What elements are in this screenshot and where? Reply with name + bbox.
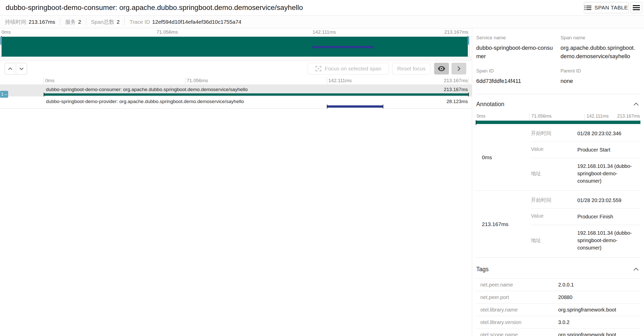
minimap-tick-row: 0ms 71.056ms 142.111ms 213.167ms (0, 28, 472, 37)
tag-row: net.peer.port 20880 (476, 291, 640, 304)
trace-minimap[interactable] (0, 37, 469, 57)
timeline-toolbar: Focus on selected span Reset focus (0, 61, 472, 77)
span-table-ruler: 0ms 71.056ms 142.111ms 213.167ms (0, 77, 472, 84)
tag-value: 20880 (558, 294, 640, 300)
trace-header: dubbo-springboot-demo-consumer: org.apac… (0, 0, 644, 16)
span-detail-panel: Service name dubbo-springboot-demo-consu… (472, 28, 644, 336)
minimap-right-handle[interactable] (468, 37, 469, 45)
annotation-tick-0: 0ms (477, 114, 485, 119)
span-name-text: dubbo-springboot-demo-provider: org.apac… (46, 99, 244, 104)
duration-label: 持续时间 (5, 18, 26, 26)
span-detail-grid: Span ID 6dd73fddfe14f411 Parent ID none (476, 68, 640, 94)
provider-span-bar[interactable] (327, 105, 383, 108)
ruler-tick-0: 0ms (45, 78, 54, 83)
tag-row: otel.library.name org.springframework.bo… (476, 304, 640, 316)
value-label: Value (531, 146, 577, 154)
service-name-label: Service name (476, 35, 560, 41)
start-time-value: 01/28 20:23:02.559 (577, 197, 640, 204)
annotation-tick-separator (529, 114, 530, 120)
span-detail-grid: Service name dubbo-springboot-demo-consu… (476, 28, 640, 60)
tag-value: org.springframework.boot (558, 332, 640, 336)
tag-row: net.peer.name 2.0.0.1 (476, 279, 640, 291)
annotation-section-header[interactable]: Annotation (476, 94, 640, 113)
value-label: Value (531, 213, 577, 220)
minimap-tick-2: 142.111ms (313, 29, 336, 35)
collapse-panel-button[interactable] (451, 63, 466, 74)
trace-id-value: 12ef594d10f14efa4ef36d10c1755a74 (152, 19, 241, 25)
reset-focus-label: Reset focus (397, 66, 426, 72)
span-row-provider[interactable]: dubbo-springboot-demo-provider: org.apac… (0, 96, 472, 109)
tag-row: otel.scope.name org.springframework.boot (476, 329, 640, 336)
annotation-detail-table: 开始时间 01/28 20:23:02.559 Value Producer F… (531, 191, 640, 257)
span-name-text: dubbo-springboot-demo-consumer: org.apac… (46, 87, 248, 92)
prev-span-button[interactable] (5, 63, 16, 74)
duration-value: 213.167ms (29, 19, 55, 25)
value-value: Producer Finish (577, 213, 640, 220)
minimap-gap-band (0, 57, 472, 61)
minimap-tick-0: 0ms (2, 29, 11, 35)
tag-key: otel.library.name (476, 307, 558, 313)
trace-summary-bar: 持续时间 213.167ms 服务 2 Span总数 2 Trace ID 12… (0, 16, 644, 28)
span-id-value: 6dd73fddfe14f411 (476, 77, 560, 85)
address-label: 地址 (531, 170, 577, 177)
annotation-detail-table: 开始时间 01/28 20:23:02.346 Value Producer S… (531, 124, 640, 191)
reset-focus-button[interactable]: Reset focus (392, 63, 431, 74)
annotation-tick-2: 142.111ms (587, 114, 609, 119)
address-value: 192.168.101.34 (dubbo-springboot-demo-co… (577, 229, 637, 252)
span-duration-text: 28.123ms (447, 99, 468, 104)
chevron-up-icon (8, 67, 13, 70)
span-row-consumer[interactable]: dubbo-springboot-demo-consumer: org.apac… (0, 84, 472, 96)
parent-id-label: Parent ID (560, 68, 640, 74)
annotation-tick-3: 213.167ms (617, 114, 640, 119)
chevron-down-icon (19, 67, 24, 70)
chevron-up-icon[interactable] (633, 103, 639, 106)
ruler-gridline (469, 77, 469, 84)
collapse-children-badge[interactable]: 1 – (0, 91, 8, 98)
ruler-gridline (43, 77, 44, 84)
chevron-up-icon[interactable] (633, 268, 639, 271)
minimap-track (2, 37, 468, 57)
tag-row: otel.library.version 3.0.2 (476, 316, 640, 329)
annotation-tick-separator (585, 114, 585, 120)
address-value: 192.168.101.34 (dubbo-springboot-demo-co… (577, 163, 637, 185)
annotation-tick-1: 71.056ms (531, 114, 552, 119)
annotation-time: 213.167ms (476, 191, 531, 257)
toggle-visibility-button[interactable] (434, 63, 449, 74)
tag-key: otel.library.version (476, 319, 558, 325)
minimap-consumer-bar (2, 37, 468, 57)
start-time-value: 01/28 20:23:02.346 (577, 130, 640, 137)
ruler-tick-2: 142.111ms (328, 78, 352, 83)
minimap-provider-bar (312, 46, 374, 48)
services-value: 2 (78, 19, 81, 25)
annotation-row: 0ms 开始时间 01/28 20:23:02.346 Value Produc… (476, 124, 640, 191)
consumer-span-bar[interactable] (44, 93, 469, 96)
ruler-tick-3: 213.167ms (444, 78, 468, 83)
span-count-label: Span总数 (91, 18, 114, 26)
tags-section-header[interactable]: Tags (476, 258, 640, 278)
parent-id-value: none (560, 77, 640, 85)
span-duration-text: 213.167ms (444, 87, 468, 92)
span-table-label: SPAN TABLE (594, 5, 628, 11)
tag-value: org.springframework.boot (558, 307, 640, 313)
trace-id-label: Trace ID (129, 19, 150, 25)
annotation-row: 213.167ms 开始时间 01/28 20:23:02.559 Value … (476, 191, 640, 258)
tag-key: net.peer.port (476, 294, 558, 300)
span-count-value: 2 (117, 19, 120, 25)
service-name-value: dubbo-springboot-demo-consumer (476, 44, 560, 60)
annotation-bar-track (476, 120, 640, 124)
ruler-gridline (185, 77, 185, 84)
address-label: 地址 (531, 237, 577, 244)
annotation-tick-row: 0ms 71.056ms 142.111ms 213.167ms (476, 113, 640, 120)
focus-icon (315, 66, 321, 72)
span-table-button[interactable]: SPAN TABLE (584, 2, 629, 13)
timeline-panel: 0ms 71.056ms 142.111ms 213.167ms (0, 28, 472, 336)
services-item: 服务 2 (60, 18, 86, 26)
minimap-left-handle[interactable] (0, 37, 2, 45)
start-time-label: 开始时间 (531, 130, 577, 137)
tag-value: 2.0.0.1 (558, 282, 640, 288)
menu-button[interactable] (630, 2, 642, 13)
annotation-title: Annotation (476, 101, 504, 108)
next-span-button[interactable] (16, 63, 27, 74)
span-name-label: Span name (560, 35, 640, 41)
focus-selected-span-button[interactable]: Focus on selected span (308, 63, 389, 74)
